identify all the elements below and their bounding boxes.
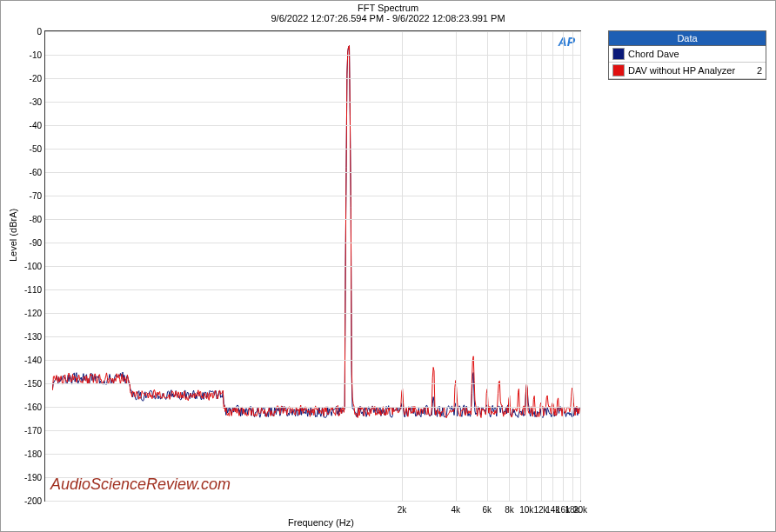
y-tick-label: -160: [19, 402, 42, 412]
x-tick-label: 20k: [573, 505, 587, 515]
legend-extra: 2: [757, 65, 762, 76]
y-axis-title: Level (dBrA): [8, 209, 18, 262]
chart-title: FFT Spectrum: [1, 1, 775, 13]
legend-label: Chord Dave: [628, 49, 679, 59]
y-tick-label: -130: [19, 332, 42, 342]
plot-area: AP AudioScienceReview.com 0-10-20-30-40-…: [44, 30, 581, 502]
y-tick-label: -90: [19, 238, 42, 248]
y-tick-label: -50: [19, 144, 42, 154]
x-tick-label: 10k: [519, 505, 533, 515]
y-tick-label: -200: [19, 496, 42, 506]
x-tick-label: 2k: [398, 505, 407, 515]
chart-container: FFT Spectrum 9/6/2022 12:07:26.594 PM - …: [0, 0, 776, 532]
x-tick-label: 4k: [451, 505, 460, 515]
x-tick-label: 8k: [505, 505, 514, 515]
y-tick-label: -10: [19, 50, 42, 60]
y-tick-label: -180: [19, 449, 42, 459]
y-tick-label: -190: [19, 473, 42, 482]
x-axis-title: Frequency (Hz): [288, 517, 354, 528]
y-tick-label: -30: [19, 97, 42, 107]
legend: Data Chord DaveDAV without HP Analyzer 2: [608, 30, 766, 80]
y-tick-label: -60: [19, 168, 42, 177]
chart-subtitle: 9/6/2022 12:07:26.594 PM - 9/6/2022 12:0…: [1, 13, 775, 23]
legend-swatch: [612, 64, 625, 76]
legend-header: Data: [609, 31, 766, 46]
y-tick-label: -150: [19, 379, 42, 389]
legend-item: DAV without HP Analyzer 2: [609, 63, 766, 79]
y-tick-label: -40: [19, 121, 42, 130]
y-tick-label: -20: [19, 74, 42, 83]
legend-item: Chord Dave: [609, 46, 766, 63]
y-tick-label: -100: [19, 262, 42, 271]
y-tick-label: -70: [19, 191, 42, 201]
y-tick-label: -170: [19, 426, 42, 436]
y-tick-label: 0: [19, 27, 42, 37]
y-tick-label: -80: [19, 215, 42, 224]
x-tick-label: 6k: [483, 505, 492, 515]
y-tick-label: -110: [19, 285, 42, 295]
legend-swatch: [612, 48, 625, 60]
y-tick-label: -140: [19, 356, 42, 365]
legend-label: DAV without HP Analyzer: [628, 65, 735, 76]
y-tick-label: -120: [19, 309, 42, 318]
